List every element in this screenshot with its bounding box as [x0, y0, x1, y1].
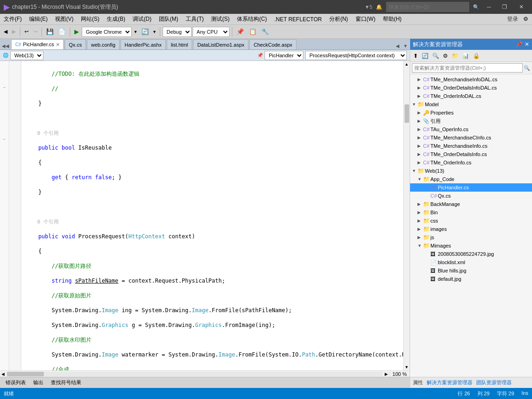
menu-item-team[interactable]: 团队(M): [155, 14, 182, 24]
h-scroll-thumb[interactable]: [7, 372, 44, 376]
tab-pichandler[interactable]: C# PicHandler.cs ✕: [11, 39, 64, 49]
back-button[interactable]: ◀: [2, 28, 9, 36]
scroll-up-arrow[interactable]: ▲: [404, 61, 410, 67]
tree-item-tme-orderdetails[interactable]: ▶ C# TMe_OrderDetailsInfo.cs: [410, 150, 532, 158]
save-button[interactable]: 💾: [44, 27, 55, 36]
tab-webconfig[interactable]: web.config: [87, 39, 120, 49]
tree-item-tme-merchinfo[interactable]: ▶ C# TMe_MerchandiseInfo.cs: [410, 142, 532, 150]
tab-overflow-button[interactable]: ◀: [394, 42, 401, 49]
tree-item-web13[interactable]: ▼ 📁 Web(13): [410, 167, 532, 175]
toolbar-btn3[interactable]: 🔧: [260, 27, 271, 36]
tree-item-xml1[interactable]: 📄 blocklist.xml: [410, 258, 532, 266]
tree-item-images[interactable]: ▶ 📁 images: [410, 225, 532, 233]
tree-item-tme-order-dal[interactable]: ▶ C# TMe_OrderDetailsInfoDAL.cs: [410, 84, 532, 92]
undo-button[interactable]: ↩: [23, 28, 30, 36]
panel-btn-2[interactable]: 🔄: [420, 52, 430, 60]
refresh-button[interactable]: 🔄: [139, 27, 151, 36]
tree-item-js[interactable]: ▶ 📁 js: [410, 233, 532, 242]
menu-item-view[interactable]: 视图(V): [51, 14, 77, 24]
panel-btn-6[interactable]: 📊: [461, 52, 471, 60]
solution-search-input[interactable]: [412, 63, 523, 73]
start-button[interactable]: ▶: [73, 27, 81, 36]
collapse-btn-1[interactable]: −: [0, 85, 9, 92]
panel-btn-3[interactable]: 🔍: [431, 52, 441, 60]
class-dropdown[interactable]: PicHandler: [265, 51, 303, 60]
tree-item-img1[interactable]: 🖼 20080530085224729.jpg: [410, 250, 532, 258]
tree-item-backmanage[interactable]: ▶ 📁 BackManage: [410, 200, 532, 208]
bottom-tab-output[interactable]: 输出: [30, 378, 47, 387]
bottom-tab-find[interactable]: 查找符号结果: [47, 378, 85, 387]
panel-btn-4[interactable]: ⚙: [441, 52, 449, 60]
menu-item-edit[interactable]: 编辑(E): [25, 14, 51, 24]
menu-item-website[interactable]: 网站(S): [77, 14, 103, 24]
tree-item-tme-merchinfoC[interactable]: ▶ C# TMe_MerchandiseCInfo.cs: [410, 133, 532, 142]
scope-dropdown[interactable]: Web(13): [10, 51, 43, 60]
redo-button[interactable]: ↪: [31, 28, 39, 36]
toolbar-btn2[interactable]: 📋: [247, 27, 259, 36]
vertical-scrollbar[interactable]: ▲ ▼: [403, 61, 410, 370]
bottom-tab-errors[interactable]: 错误列表: [2, 378, 30, 387]
collapse-btn-2[interactable]: −: [0, 137, 9, 144]
h-scroll-right[interactable]: ▶: [383, 372, 389, 376]
menu-item-test[interactable]: 测试(S): [207, 14, 233, 24]
menu-item-arch[interactable]: 体系结构(C): [233, 14, 271, 24]
menu-item-help[interactable]: 帮助(H): [379, 14, 405, 24]
tab-checkcode[interactable]: CheckCode.aspx: [249, 39, 296, 49]
tab-datalist[interactable]: DataListDemo1.aspx: [193, 39, 248, 49]
save-all-button[interactable]: 📄: [56, 27, 67, 36]
config-dropdown[interactable]: Debug: [163, 27, 192, 37]
panel-close-icon[interactable]: ✕: [525, 41, 529, 48]
tree-item-ref[interactable]: ▶ 📎 引用: [410, 117, 532, 125]
panel-pin-icon[interactable]: 📌: [516, 41, 523, 48]
tab-menu-button[interactable]: ▼: [401, 42, 410, 49]
tree-item-tau[interactable]: ▶ C# TAu_OperInfo.cs: [410, 125, 532, 133]
minimize-button[interactable]: ─: [483, 3, 495, 11]
tree-item-css[interactable]: ▶ 📁 css: [410, 217, 532, 225]
menu-item-debug[interactable]: 调试(D): [129, 14, 155, 24]
close-button[interactable]: ✕: [514, 3, 528, 11]
browser-options-button[interactable]: ▼: [133, 29, 139, 35]
quick-launch-input[interactable]: [386, 2, 469, 12]
panel-btn-5[interactable]: 📁: [450, 52, 460, 60]
tree-item-qx[interactable]: C# Qx.cs: [410, 192, 532, 200]
tree-item-img2[interactable]: 🖼 Blue hills.jpg: [410, 266, 532, 275]
collapse-left-icon[interactable]: ◀◀: [0, 42, 11, 49]
tree-item-model[interactable]: ▼ 📁 Model: [410, 100, 532, 109]
tab-listhtml[interactable]: list.html: [167, 39, 192, 49]
tree-item-mimages[interactable]: ▼ 📁 Mimages: [410, 242, 532, 250]
scroll-down-arrow[interactable]: ▼: [404, 364, 410, 370]
tree-item-properties[interactable]: ▶ 🔑 Properties: [410, 109, 532, 117]
panel-btn-1[interactable]: ⬆: [412, 52, 419, 60]
method-dropdown[interactable]: ProcessRequest(HttpContext context): [305, 51, 407, 60]
menu-item-tools[interactable]: 工具(T): [182, 14, 207, 24]
menu-item-file[interactable]: 文件(F): [0, 14, 25, 24]
scroll-thumb[interactable]: [405, 104, 409, 123]
team-explorer-link[interactable]: 团队资源管理器: [476, 379, 512, 386]
restore-button[interactable]: ❐: [498, 3, 511, 11]
h-scroll-track[interactable]: [7, 372, 382, 376]
tab-pichandler-close[interactable]: ✕: [56, 42, 60, 47]
menu-item-window[interactable]: 窗口(W): [352, 14, 379, 24]
menu-item-analyze[interactable]: 分析(N): [326, 14, 352, 24]
menu-item-reflector[interactable]: .NET REFLECTOR: [271, 14, 326, 24]
tree-item-bin[interactable]: ▶ 📁 Bin: [410, 208, 532, 217]
tree-item-img3[interactable]: 🖼 default.jpg: [410, 275, 532, 283]
scroll-track[interactable]: [404, 67, 410, 364]
forward-button[interactable]: ▶: [10, 28, 18, 36]
tree-item-pichandler[interactable]: C# PicHandler.cs: [410, 183, 532, 192]
platform-dropdown[interactable]: Any CPU: [193, 27, 230, 37]
tab-handlerpic[interactable]: HandlerPic.ashx: [121, 39, 166, 49]
tree-item-tme-orderinfo-dal[interactable]: ▶ C# TMe_OrderInfoDAL.cs: [410, 92, 532, 100]
panel-btn-7[interactable]: 🔒: [472, 52, 481, 60]
h-scroll-left[interactable]: ◀: [0, 372, 6, 376]
solution-explorer-link[interactable]: 解决方案资源管理器: [427, 379, 472, 386]
refresh-options-button[interactable]: ▼: [151, 29, 157, 35]
browser-dropdown[interactable]: Google Chrome: [82, 27, 132, 37]
menu-item-build[interactable]: 生成(B): [103, 14, 129, 24]
code-content[interactable]: //TODO: 在此处添加构造函数逻辑 // } 0 个引用 public bo…: [21, 61, 403, 370]
tree-item-tme-orderinfo[interactable]: ▶ C# TMe_OrderInfo.cs: [410, 158, 532, 167]
tree-item-tme-merch-dal[interactable]: ▶ C# TMe_MerchandiseInfoDAL.cs: [410, 75, 532, 84]
tab-qx[interactable]: Qx.cs: [65, 39, 86, 49]
toolbar-btn1[interactable]: 📌: [235, 27, 246, 36]
tree-item-appcode[interactable]: ▼ 📁 App_Code: [410, 175, 532, 183]
